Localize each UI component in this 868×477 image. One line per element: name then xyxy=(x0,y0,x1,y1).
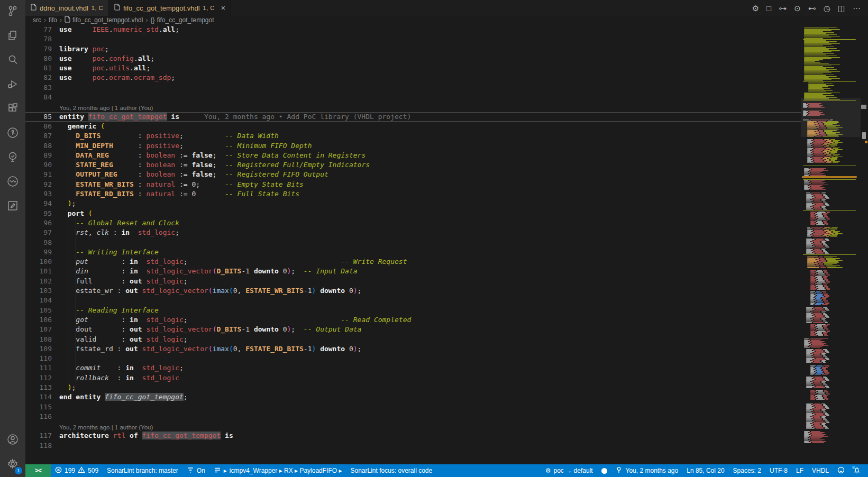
status-filter-toggle[interactable]: On xyxy=(182,464,209,477)
square-icon[interactable]: □ xyxy=(766,4,771,12)
code-line-117[interactable]: 117architecture rtl of fifo_cc_got_tempg… xyxy=(25,431,801,441)
line-number[interactable]: 108 xyxy=(25,335,59,344)
code-line-100[interactable]: 100 put : in std_logic; -- Write Request xyxy=(25,257,801,267)
status-feedback[interactable] xyxy=(833,464,849,477)
code-line-114[interactable]: 114end entity fifo_cc_got_tempgot; xyxy=(25,392,801,402)
line-number[interactable]: 89 xyxy=(25,151,59,160)
status-sonarlint-branch[interactable]: SonarLint branch: master xyxy=(103,464,182,477)
codelens[interactable]: You, 2 months ago | 1 author (You) xyxy=(25,421,801,431)
line-number[interactable]: 93 xyxy=(25,189,59,199)
line-number[interactable]: 101 xyxy=(25,267,59,276)
breadcrumb-item-fifo[interactable]: fifo xyxy=(49,16,57,24)
more-actions-icon[interactable]: ⋯ xyxy=(853,4,861,12)
line-number[interactable]: 81 xyxy=(25,63,59,73)
line-number[interactable]: 112 xyxy=(25,373,59,383)
code-line-89[interactable]: 89 DATA_REG : boolean := false; -- Store… xyxy=(25,151,801,160)
code-line-85[interactable]: 85entity fifo_cc_got_tempgot is You, 2 m… xyxy=(25,112,801,122)
tab-close-icon[interactable]: × xyxy=(221,4,225,12)
code-line-102[interactable]: 102 full : out std_logic; xyxy=(25,277,801,286)
test-tree-view[interactable] xyxy=(0,146,25,170)
code-line-107[interactable]: 107 dout : out std_logic_vector(D_BITS-1… xyxy=(25,325,801,334)
tab-ddrio_inout.vhdl[interactable]: ddrio_inout.vhdl1, C xyxy=(25,0,109,16)
line-number[interactable]: 105 xyxy=(25,306,59,315)
explorer-view[interactable] xyxy=(0,24,25,49)
line-number[interactable]: 95 xyxy=(25,209,59,218)
line-number[interactable]: 90 xyxy=(25,160,59,170)
status-eol[interactable]: LF xyxy=(792,464,808,477)
code-editor[interactable]: 77use IEEE.numeric_std.all;7879library p… xyxy=(25,24,868,464)
breadcrumb[interactable]: src›fifo›fifo_cc_got_tempgot.vhdl›{}fifo… xyxy=(25,16,868,24)
line-number[interactable]: 117 xyxy=(25,431,59,441)
breadcrumb-item-fifo_cc_got_tempgot[interactable]: {}fifo_cc_got_tempgot xyxy=(150,16,214,24)
code-line-88[interactable]: 88 MIN_DEPTH : positive; -- Minimum FIFO… xyxy=(25,141,801,151)
line-number[interactable]: 84 xyxy=(25,93,59,102)
code-line-79[interactable]: 79library poc; xyxy=(25,44,801,54)
status-poc-config[interactable]: ⚙poc → default xyxy=(541,464,597,477)
step-icon[interactable]: ⊙ xyxy=(794,4,801,12)
line-number[interactable]: 79 xyxy=(25,44,59,54)
line-number[interactable]: 115 xyxy=(25,402,59,412)
breadcrumb-item-fifo_cc_got_tempgot.vhdl[interactable]: fifo_cc_got_tempgot.vhdl xyxy=(65,16,143,24)
code-line-109[interactable]: 109 fstate_rd : out std_logic_vector(ima… xyxy=(25,344,801,354)
step-forward-icon[interactable]: ⊷ xyxy=(808,4,816,12)
line-number[interactable]: 102 xyxy=(25,277,59,286)
line-number[interactable]: 97 xyxy=(25,228,59,237)
code-line-118[interactable]: 118 xyxy=(25,441,801,451)
line-number[interactable]: 87 xyxy=(25,131,59,141)
status-indentation[interactable]: Spaces: 2 xyxy=(729,464,765,477)
code-line-81[interactable]: 81use poc.utils.all; xyxy=(25,63,801,73)
code-line-103[interactable]: 103 estate_wr : out std_logic_vector(ima… xyxy=(25,286,801,296)
code-line-95[interactable]: 95 port ( xyxy=(25,209,801,218)
codelens[interactable]: You, 2 months ago | 1 author (You) xyxy=(25,102,801,112)
status-git-blame[interactable]: You, 2 months ago xyxy=(611,464,683,477)
line-number[interactable]: 88 xyxy=(25,141,59,151)
code-line-93[interactable]: 93 FSTATE_RD_BITS : natural := 0 -- Full… xyxy=(25,189,801,199)
status-cursor-position[interactable]: Ln 85, Col 20 xyxy=(682,464,728,477)
status-sonarlint-focus[interactable]: SonarLint focus: overall code xyxy=(346,464,436,477)
split-editor-icon[interactable]: ◫ xyxy=(838,4,845,12)
line-number[interactable]: 114 xyxy=(25,392,59,402)
line-number[interactable]: 107 xyxy=(25,325,59,334)
run-debug-view[interactable] xyxy=(0,73,25,97)
line-number[interactable]: 96 xyxy=(25,218,59,228)
code-line-82[interactable]: 82use poc.ocram.ocram_sdp; xyxy=(25,73,801,82)
line-number[interactable]: 77 xyxy=(25,25,59,34)
tab-fifo_cc_got_tempgot.vhdl[interactable]: fifo_cc_got_tempgot.vhdl1, C× xyxy=(109,0,231,16)
line-number[interactable]: 83 xyxy=(25,83,59,93)
code-line-99[interactable]: 99 -- Writing Interface xyxy=(25,247,801,257)
line-number[interactable]: 91 xyxy=(25,170,59,179)
code-line-90[interactable]: 90 STATE_REG : boolean := false; -- Regi… xyxy=(25,160,801,170)
status-language-mode[interactable]: VHDL xyxy=(808,464,833,477)
code-line-108[interactable]: 108 valid : out std_logic; xyxy=(25,335,801,344)
gear-icon[interactable]: ⚙ xyxy=(752,4,759,12)
code-line-97[interactable]: 97 rst, clk : in std_logic; xyxy=(25,228,801,237)
extensions-view[interactable] xyxy=(0,97,25,122)
history-icon[interactable]: ◷ xyxy=(824,4,830,12)
account[interactable] xyxy=(0,428,25,453)
line-number[interactable]: 113 xyxy=(25,383,59,392)
code-line-77[interactable]: 77use IEEE.numeric_std.all; xyxy=(25,25,801,34)
code-line-91[interactable]: 91 OUTPUT_REG : boolean := false; -- Reg… xyxy=(25,170,801,179)
line-number[interactable]: 104 xyxy=(25,296,59,305)
code-line-113[interactable]: 113 ); xyxy=(25,383,801,392)
notebook-view[interactable] xyxy=(0,195,25,219)
line-number[interactable]: 116 xyxy=(25,412,59,421)
code-line-106[interactable]: 106 got : in std_logic; -- Read Complete… xyxy=(25,315,801,325)
status-encoding[interactable]: UTF-8 xyxy=(765,464,792,477)
minimap-slider[interactable] xyxy=(801,98,861,137)
code-line-80[interactable]: 80use poc.config.all; xyxy=(25,54,801,63)
code-line-98[interactable]: 98 xyxy=(25,238,801,247)
sonarlint-view[interactable] xyxy=(0,170,25,195)
line-number[interactable]: 111 xyxy=(25,363,59,373)
line-number[interactable]: 98 xyxy=(25,238,59,247)
code-line-94[interactable]: 94 ); xyxy=(25,199,801,208)
breadcrumb-item-src[interactable]: src xyxy=(33,16,41,24)
code-line-87[interactable]: 87 D_BITS : positive; -- Data Width xyxy=(25,131,801,141)
code-line-104[interactable]: 104 xyxy=(25,296,801,305)
code-line-115[interactable]: 115 xyxy=(25,402,801,412)
search-view[interactable] xyxy=(0,49,25,73)
line-number[interactable]: 99 xyxy=(25,247,59,257)
status-progress-dot[interactable] xyxy=(597,464,611,477)
code-line-105[interactable]: 105 -- Reading Interface xyxy=(25,306,801,315)
code-line-78[interactable]: 78 xyxy=(25,34,801,44)
